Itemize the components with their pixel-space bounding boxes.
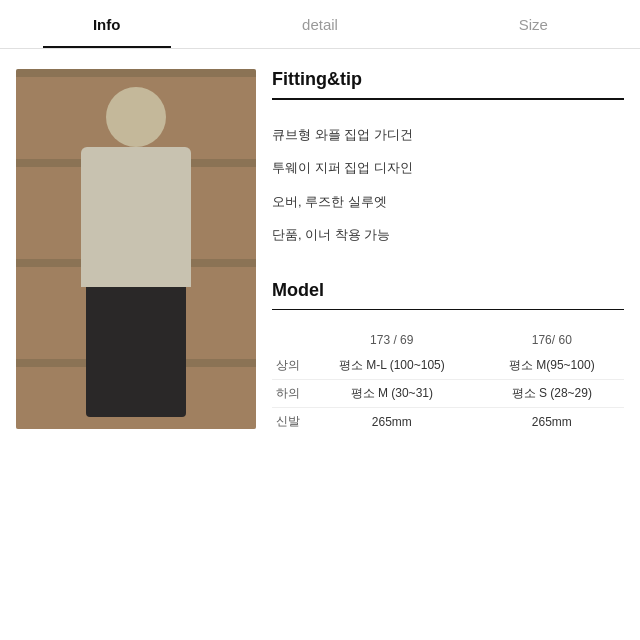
row-label-haui: 하의: [272, 380, 304, 408]
list-item: 오버, 루즈한 실루엣: [272, 185, 624, 219]
model-legs: [86, 287, 186, 417]
tab-detail[interactable]: detail: [213, 0, 426, 48]
row-haui-col2: 평소 S (28~29): [480, 380, 624, 408]
row-haui-col1: 평소 M (30~31): [304, 380, 480, 408]
feature-list: 큐브형 와플 집업 가디건 투웨이 지퍼 집업 디자인 오버, 루즈한 실루엣 …: [272, 118, 624, 252]
col-header-1: 173 / 69: [304, 328, 480, 352]
tab-bar: Info detail Size: [0, 0, 640, 49]
model-section: Model 173 / 69 176/ 60 상의 평소 M-L (100~10…: [272, 280, 624, 436]
fitting-title: Fitting&tip: [272, 69, 624, 90]
table-row: 신발 265mm 265mm: [272, 408, 624, 436]
product-image: [16, 69, 256, 429]
list-item: 단품, 이너 착용 가능: [272, 218, 624, 252]
list-item: 투웨이 지퍼 집업 디자인: [272, 151, 624, 185]
row-sangui-col1: 평소 M-L (100~105): [304, 352, 480, 380]
model-title: Model: [272, 280, 624, 301]
tab-size[interactable]: Size: [427, 0, 640, 48]
row-sinbal-col2: 265mm: [480, 408, 624, 436]
model-head: [106, 87, 166, 147]
row-label-sinbal: 신발: [272, 408, 304, 436]
row-sangui-col2: 평소 M(95~100): [480, 352, 624, 380]
table-row: 상의 평소 M-L (100~105) 평소 M(95~100): [272, 352, 624, 380]
table-header-row: 173 / 69 176/ 60: [272, 328, 624, 352]
info-panel: Fitting&tip 큐브형 와플 집업 가디건 투웨이 지퍼 집업 디자인 …: [272, 69, 624, 620]
model-table: 173 / 69 176/ 60 상의 평소 M-L (100~105) 평소 …: [272, 328, 624, 435]
list-item: 큐브형 와플 집업 가디건: [272, 118, 624, 152]
tab-info[interactable]: Info: [0, 0, 213, 48]
row-sinbal-col1: 265mm: [304, 408, 480, 436]
main-content: Fitting&tip 큐브형 와플 집업 가디건 투웨이 지퍼 집업 디자인 …: [0, 49, 640, 640]
model-figure: [16, 69, 256, 429]
row-label-sangui: 상의: [272, 352, 304, 380]
col-header-empty: [272, 328, 304, 352]
fitting-divider: [272, 98, 624, 100]
model-torso: [81, 147, 191, 287]
model-divider: [272, 309, 624, 311]
col-header-2: 176/ 60: [480, 328, 624, 352]
table-row: 하의 평소 M (30~31) 평소 S (28~29): [272, 380, 624, 408]
